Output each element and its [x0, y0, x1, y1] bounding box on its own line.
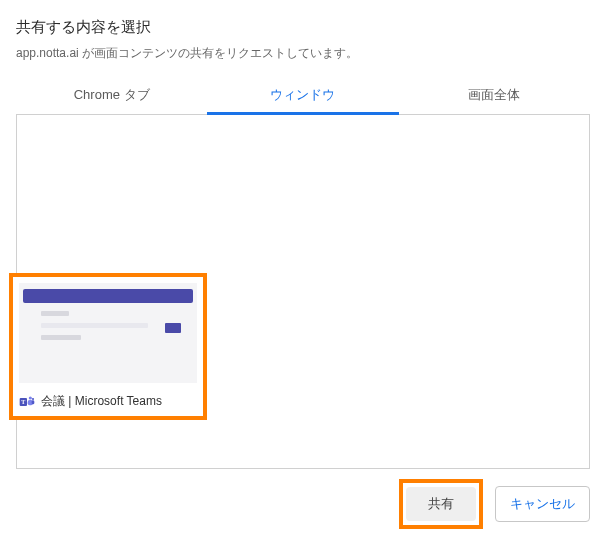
share-dialog: 共有する内容を選択 app.notta.ai が画面コンテンツの共有をリクエスト… [0, 0, 606, 533]
tab-window[interactable]: ウィンドウ [207, 76, 398, 114]
svg-text:T: T [21, 399, 25, 405]
svg-rect-5 [32, 400, 35, 404]
tab-chrome[interactable]: Chrome タブ [16, 76, 207, 114]
window-tile-teams[interactable]: T 会議 | Microsoft Teams [9, 273, 207, 420]
window-label: 会議 | Microsoft Teams [41, 393, 162, 410]
window-caption: T 会議 | Microsoft Teams [19, 383, 197, 410]
cancel-button[interactable]: キャンセル [495, 486, 590, 522]
teams-icon: T [19, 394, 35, 410]
source-tabs: Chrome タブ ウィンドウ 画面全体 [16, 76, 590, 115]
window-list: T 会議 | Microsoft Teams [16, 115, 590, 469]
svg-point-2 [29, 396, 32, 399]
window-thumbnail [19, 283, 197, 383]
tab-entire-screen[interactable]: 画面全体 [399, 76, 590, 114]
share-button-highlight: 共有 [399, 479, 483, 529]
dialog-footer: 共有 キャンセル [16, 469, 590, 529]
dialog-title: 共有する内容を選択 [16, 18, 590, 37]
svg-point-4 [32, 397, 34, 399]
dialog-subtitle: app.notta.ai が画面コンテンツの共有をリクエストしています。 [16, 45, 590, 62]
share-button[interactable]: 共有 [406, 487, 476, 521]
